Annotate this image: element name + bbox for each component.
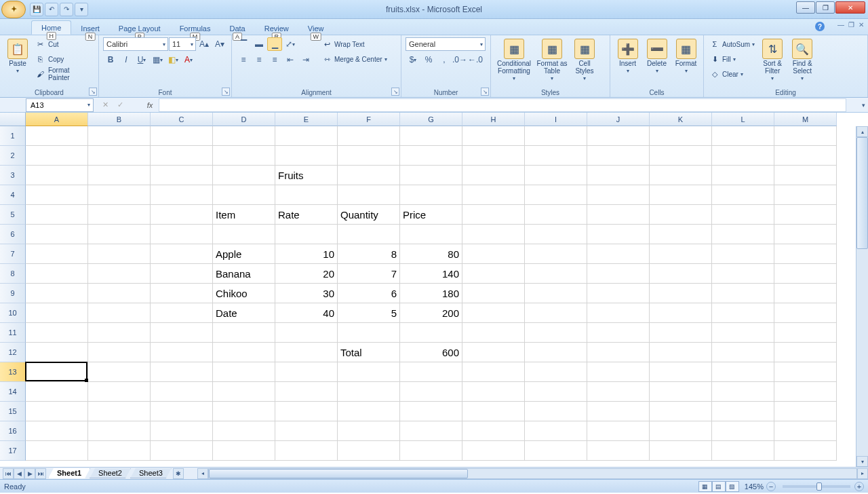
cell-G1[interactable] [400, 126, 462, 146]
cell-L7[interactable] [712, 244, 774, 264]
qat-save-icon[interactable]: 💾 [30, 3, 43, 16]
cell-J15[interactable] [587, 402, 650, 421]
cell-B17[interactable] [88, 441, 151, 461]
cell-I9[interactable] [525, 284, 587, 303]
cut-button[interactable]: ✂Cut [34, 37, 94, 51]
cell-F13[interactable] [338, 362, 400, 382]
cell-M13[interactable] [774, 362, 837, 382]
comma-format-button[interactable]: , [437, 53, 452, 66]
row-header-1[interactable]: 1 [0, 126, 26, 146]
delete-cells-button[interactable]: ➖Delete▾ [644, 37, 670, 74]
cell-B10[interactable] [88, 303, 151, 323]
enter-formula-icon[interactable]: ✓ [113, 100, 127, 109]
cell-J9[interactable] [587, 284, 650, 303]
tab-nav-last[interactable]: ⏭ [35, 468, 46, 479]
cell-D14[interactable] [213, 382, 275, 402]
cell-K13[interactable] [650, 362, 712, 382]
border-button[interactable]: ▦▾ [150, 53, 165, 66]
cell-J13[interactable] [587, 362, 650, 382]
cell-D17[interactable] [213, 441, 275, 461]
column-header-F[interactable]: F [338, 113, 400, 126]
cell-G8[interactable]: 140 [400, 264, 462, 284]
cell-C4[interactable] [151, 185, 213, 205]
cell-M10[interactable] [774, 303, 837, 323]
cell-C13[interactable] [151, 362, 213, 382]
row-header-8[interactable]: 8 [0, 264, 26, 284]
cell-A9[interactable] [26, 284, 88, 303]
cell-F4[interactable] [338, 185, 400, 205]
cell-E2[interactable] [275, 146, 338, 166]
row-header-15[interactable]: 15 [0, 402, 26, 421]
cell-J7[interactable] [587, 244, 650, 264]
cell-C8[interactable] [151, 264, 213, 284]
cell-L16[interactable] [712, 421, 774, 441]
cell-C17[interactable] [151, 441, 213, 461]
cell-J17[interactable] [587, 441, 650, 461]
cell-I14[interactable] [525, 382, 587, 402]
cancel-formula-icon[interactable]: ✕ [98, 100, 113, 109]
sheet-tab-sheet1[interactable]: Sheet1 [48, 468, 90, 478]
cell-K4[interactable] [650, 185, 712, 205]
cell-C16[interactable] [151, 421, 213, 441]
number-format-combo[interactable]: General [406, 37, 486, 51]
cell-H14[interactable] [462, 382, 525, 402]
tab-data[interactable]: DataA [220, 22, 254, 35]
cell-H8[interactable] [462, 264, 525, 284]
scroll-left-button[interactable]: ◂ [197, 468, 208, 479]
cell-B13[interactable] [88, 362, 151, 382]
tab-nav-prev[interactable]: ◀ [14, 468, 24, 479]
cell-H9[interactable] [462, 284, 525, 303]
cell-C7[interactable] [151, 244, 213, 264]
cell-J4[interactable] [587, 185, 650, 205]
cell-D1[interactable] [213, 126, 275, 146]
cell-K9[interactable] [650, 284, 712, 303]
cell-G17[interactable] [400, 441, 462, 461]
cell-A6[interactable] [26, 225, 88, 244]
cell-L10[interactable] [712, 303, 774, 323]
cell-L8[interactable] [712, 264, 774, 284]
scroll-right-button[interactable]: ▸ [857, 468, 868, 479]
row-header-9[interactable]: 9 [0, 284, 26, 303]
tab-view[interactable]: ViewW [298, 22, 334, 35]
zoom-slider[interactable] [783, 485, 850, 488]
view-normal-button[interactable]: ▦ [698, 481, 712, 492]
cell-H2[interactable] [462, 146, 525, 166]
cell-E10[interactable]: 40 [275, 303, 338, 323]
column-header-B[interactable]: B [88, 113, 151, 126]
cell-H1[interactable] [462, 126, 525, 146]
column-header-E[interactable]: E [275, 113, 338, 126]
maximize-button[interactable]: ❐ [816, 1, 835, 14]
cell-K8[interactable] [650, 264, 712, 284]
cell-L6[interactable] [712, 225, 774, 244]
cell-G9[interactable]: 180 [400, 284, 462, 303]
cell-M5[interactable] [774, 205, 837, 225]
format-as-table-button[interactable]: ▦Format as Table▾ [536, 37, 568, 81]
cell-H17[interactable] [462, 441, 525, 461]
align-middle-button[interactable]: ▬ [252, 37, 267, 51]
cell-H3[interactable] [462, 166, 525, 185]
cell-A13[interactable] [26, 362, 88, 382]
cell-F14[interactable] [338, 382, 400, 402]
tab-review[interactable]: ReviewR [255, 22, 298, 35]
cell-E16[interactable] [275, 421, 338, 441]
cell-M15[interactable] [774, 402, 837, 421]
cell-A4[interactable] [26, 185, 88, 205]
cell-J11[interactable] [587, 323, 650, 343]
format-cells-button[interactable]: ▦Format▾ [673, 37, 699, 74]
horizontal-scrollbar[interactable]: ◂ ▸ [197, 468, 868, 479]
font-color-button[interactable]: A▾ [181, 53, 196, 66]
italic-button[interactable]: I [119, 53, 134, 66]
cell-M14[interactable] [774, 382, 837, 402]
cell-J10[interactable] [587, 303, 650, 323]
cell-A5[interactable] [26, 205, 88, 225]
cell-B4[interactable] [88, 185, 151, 205]
cell-J2[interactable] [587, 146, 650, 166]
cell-C1[interactable] [151, 126, 213, 146]
cell-G2[interactable] [400, 146, 462, 166]
cell-D15[interactable] [213, 402, 275, 421]
cell-H13[interactable] [462, 362, 525, 382]
column-header-M[interactable]: M [774, 113, 837, 126]
align-top-button[interactable]: ▔ [236, 37, 251, 51]
cell-J6[interactable] [587, 225, 650, 244]
close-button[interactable]: ✕ [835, 1, 865, 14]
